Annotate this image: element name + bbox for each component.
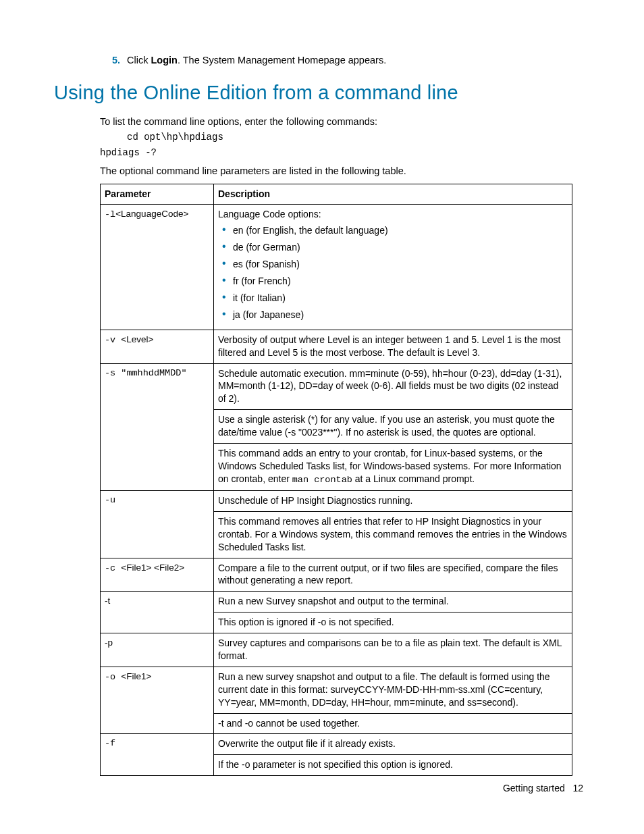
desc-u: Unschedule of HP Insight Diagnostics run…: [214, 490, 572, 558]
header-description: Description: [214, 184, 572, 204]
param-o: -o <File1>: [101, 667, 214, 734]
table-row: -u Unschedule of HP Insight Diagnostics …: [101, 490, 572, 558]
table-row: -v <Level> Verbosity of output where Lev…: [101, 330, 572, 363]
table-row: -s "mmhhddMMDD" Schedule automatic execu…: [101, 363, 572, 490]
command-2: hpdiags -?: [100, 147, 583, 159]
param-t: -t: [101, 592, 214, 633]
desc-o: Run a new survey snapshot and output to …: [214, 667, 572, 734]
list-item: ja (for Japanese): [218, 309, 568, 321]
param-v: -v <Level>: [101, 330, 214, 363]
list-item: en (for English, the default language): [218, 224, 568, 237]
desc-c: Compare a file to the current output, or…: [214, 558, 572, 592]
footer-page: 12: [572, 783, 583, 793]
desc-l: Language Code options: en (for English, …: [214, 204, 572, 330]
command-1: cd opt\hp\hpdiags: [127, 131, 583, 144]
table-row: -p Survey captures and comparisons can b…: [101, 633, 572, 667]
parameters-table: Parameter Description -l<LanguageCode> L…: [100, 184, 572, 777]
list-item: de (for German): [218, 241, 568, 254]
table-header-row: Parameter Description: [101, 184, 572, 204]
table-row: -o <File1> Run a new survey snapshot and…: [101, 667, 572, 734]
header-parameter: Parameter: [101, 184, 214, 204]
table-row: -f Overwrite the output file if it alrea…: [101, 734, 572, 776]
desc-f: Overwrite the output file if it already …: [214, 734, 572, 776]
param-f: -f: [101, 734, 214, 776]
param-l: -l<LanguageCode>: [101, 204, 214, 330]
intro-text: To list the command line options, enter …: [100, 115, 583, 129]
table-row: -l<LanguageCode> Language Code options: …: [101, 204, 572, 330]
step-item: 5. Click Login. The System Management Ho…: [101, 54, 583, 68]
desc-s: Schedule automatic execution. mm=minute …: [214, 363, 572, 490]
step-number: 5.: [101, 54, 127, 68]
intro-2: The optional command line parameters are…: [100, 165, 583, 178]
desc-v: Verbosity of output where Level is an in…: [214, 330, 572, 363]
param-p: -p: [101, 633, 214, 667]
desc-p: Survey captures and comparisons can be t…: [214, 633, 572, 667]
list-item: it (for Italian): [218, 292, 568, 305]
page-footer: Getting started 12: [503, 782, 583, 795]
param-c: -c <File1> <File2>: [101, 558, 214, 592]
list-item: fr (for French): [218, 275, 568, 288]
table-row: -t Run a new Survey snapshot and output …: [101, 592, 572, 633]
table-row: -c <File1> <File2> Compare a file to the…: [101, 558, 572, 592]
list-item: es (for Spanish): [218, 258, 568, 271]
param-s: -s "mmhhddMMDD": [101, 363, 214, 490]
lang-options: en (for English, the default language) d…: [218, 224, 568, 321]
desc-t: Run a new Survey snapshot and output to …: [214, 592, 572, 633]
footer-section: Getting started: [503, 783, 565, 793]
step-text: Click Login. The System Management Homep…: [127, 54, 386, 68]
section-heading: Using the Online Edition from a command …: [54, 80, 583, 106]
param-u: -u: [101, 490, 214, 558]
